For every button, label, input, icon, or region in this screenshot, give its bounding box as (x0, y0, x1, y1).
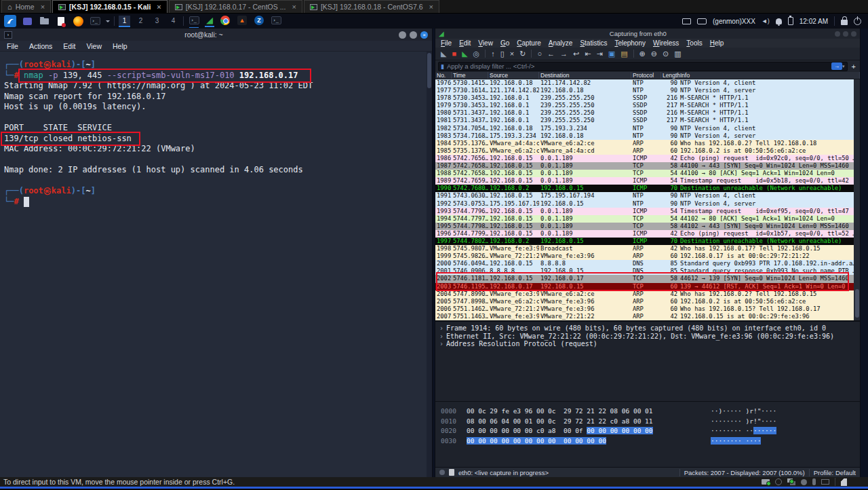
capture-options-icon[interactable]: ◎ (473, 50, 480, 58)
minimize-button[interactable] (835, 31, 840, 37)
restart-capture-icon[interactable]: ◣ (462, 50, 467, 58)
start-capture-icon[interactable]: ◣ (441, 50, 446, 58)
vm-tab[interactable]: [KSJ] 192.168.0.15 - Kali× (52, 0, 167, 13)
firefox-icon[interactable] (72, 15, 84, 27)
vm-tab[interactable]: [KSJ] 192.168.0.17 - CentOS ...× (169, 0, 302, 13)
zoom-original-icon[interactable]: ⊙ (663, 50, 669, 58)
colorize-icon[interactable]: ▤ (620, 50, 627, 58)
column-header-source[interactable]: Source (488, 72, 539, 79)
packet-row-2004[interactable]: 20045747.8990…VMware_fe:e3:96VMware_e6:a… (435, 290, 860, 298)
packet-row-1984[interactable]: 19845735.1376…VMware_a4:4a:cdVMware_e6:a… (435, 140, 860, 147)
first-packet-icon[interactable]: ⇤ (585, 50, 591, 58)
workspace-button-4[interactable]: 4 (167, 16, 179, 27)
battery-icon[interactable] (788, 17, 793, 25)
packet-row-1997[interactable]: 19975744.7802…192.168.0.2192.168.0.15ICM… (435, 238, 860, 245)
terminal2-app-icon[interactable]: ›_ (270, 14, 282, 29)
hex-row[interactable]: 001008 00 06 04 00 01 00 0c 29 72 21 22 … (435, 417, 860, 427)
packet-row-1976[interactable]: 19765730.1415…192.168.0.18121.174.142.82… (435, 79, 860, 87)
packet-row-1981[interactable]: 19815731.3437…192.168.0.1239.255.255.250… (435, 117, 860, 124)
text-editor-icon[interactable] (55, 15, 67, 27)
display-status-icon[interactable] (821, 479, 829, 485)
wireshark-menu-go[interactable]: Go (500, 39, 509, 47)
packet-row-1982[interactable]: 19825734.7054…192.168.0.18175.193.3.234N… (435, 125, 860, 132)
terminal-dropdown-chevron-icon[interactable] (106, 20, 110, 24)
column-header-time[interactable]: Time (452, 72, 488, 79)
wireshark-menu-statistics[interactable]: Statistics (580, 39, 607, 47)
terminal-scrollbar[interactable] (427, 52, 432, 477)
packet-row-1991[interactable]: 19915743.0630…192.168.0.15175.195.167.19… (435, 192, 860, 200)
wireshark-menu-file[interactable]: File (441, 39, 452, 47)
packet-row-1989[interactable]: 19895742.7659…192.168.0.150.0.1.189ICMP5… (435, 177, 860, 185)
usb-status-icon[interactable] (812, 478, 816, 485)
packet-row-2005[interactable]: 20055747.8998…VMware_e6:a2:ceVMware_fe:e… (435, 298, 860, 305)
packet-row-1992[interactable]: 19925743.0753…175.195.167.194192.168.0.1… (435, 200, 860, 208)
wireshark-menu-help[interactable]: Help (710, 39, 724, 47)
packet-row-1978[interactable]: 19785730.3453…192.168.0.1239.255.255.250… (435, 94, 860, 102)
packet-row-2001[interactable]: 20015746.0906…8.8.8.8192.168.0.15DNS85St… (435, 267, 860, 275)
terminal-menu-edit[interactable]: Edit (63, 42, 75, 50)
packet-row-1996[interactable]: 19965744.7799…192.168.0.150.0.1.189ICMP4… (435, 230, 860, 238)
packet-row-2002[interactable]: 20025746.1181…192.168.0.15192.168.0.17TC… (435, 275, 860, 282)
screen-share-icon[interactable] (682, 18, 691, 24)
expert-info-icon[interactable] (439, 470, 445, 475)
hex-row[interactable]: 002000 00 00 00 00 00 c0 a8 00 0f 00 00 … (435, 426, 860, 436)
capture-comment-icon[interactable] (449, 469, 454, 476)
tab-close-icon[interactable]: × (41, 3, 45, 11)
packet-row-1983[interactable]: 19835734.7168…175.193.3.234192.168.0.18N… (435, 132, 860, 140)
notifications-icon[interactable] (776, 18, 782, 24)
packet-row-1980[interactable]: 19805731.3437…192.168.0.1239.255.255.250… (435, 109, 860, 117)
show-desktop-icon[interactable] (21, 15, 33, 27)
audio-status-icon[interactable] (801, 479, 807, 485)
column-header-length[interactable]: Length (661, 72, 679, 79)
packet-row-1993[interactable]: 19935744.7796…192.168.0.150.0.1.189ICMP5… (435, 208, 860, 215)
expander-icon[interactable]: › (439, 333, 443, 340)
packet-list-header[interactable]: No.TimeSourceDestinationProtocolLengthIn… (435, 72, 860, 79)
wireshark-app-icon[interactable]: ◢ (205, 15, 214, 27)
stop-capture-icon[interactable]: ■ (452, 50, 456, 58)
filter-dropdown-icon[interactable]: ▾ (842, 64, 845, 69)
packet-detail-row[interactable]: ›Ethernet II, Src: VMware_72:21:22 (00:0… (435, 333, 860, 341)
packet-list-scrollbar[interactable] (854, 79, 860, 320)
packet-row-2006[interactable]: 20065751.1462…VMware_72:21:22VMware_fe:e… (435, 305, 860, 313)
packet-row-1998[interactable]: 19985745.9807…VMware_fe:e3:96BroadcastAR… (435, 245, 860, 252)
keyboard-layout-icon[interactable] (697, 18, 707, 24)
minimize-button[interactable] (399, 31, 406, 39)
packet-row-2007[interactable]: 20075751.1463…VMware_fe:e3:96VMware_72:2… (435, 313, 860, 320)
terminal-titlebar[interactable]: › root@kali: ~ × (0, 29, 432, 41)
hard-disk-status-icon[interactable] (762, 479, 770, 485)
find-packet-icon[interactable]: ○ (537, 50, 542, 58)
wireshark-menu-view[interactable]: View (478, 39, 493, 47)
column-header-destination[interactable]: Destination (539, 72, 631, 79)
terminal-menu-help[interactable]: Help (113, 42, 127, 50)
packet-row-1977[interactable]: 19775730.1614…121.174.142.82192.168.0.18… (435, 87, 860, 94)
close-button[interactable]: × (420, 31, 428, 39)
terminal-scrollbar-thumb[interactable] (427, 53, 431, 88)
burpsuite-app-icon[interactable]: ▲ (236, 14, 248, 29)
auto-scroll-icon[interactable]: ▣ (608, 50, 615, 58)
column-header-no[interactable]: No. (435, 72, 452, 79)
packet-row-1999[interactable]: 19995745.9826…VMware_72:21:22VMware_fe:e… (435, 252, 860, 260)
tab-close-icon[interactable]: × (292, 3, 296, 11)
packet-row-1987[interactable]: 19875742.7658…192.168.0.150.0.1.189TCP58… (435, 162, 860, 170)
logout-icon[interactable] (854, 18, 861, 25)
wireshark-menu-tools[interactable]: Tools (686, 39, 702, 47)
close-file-icon[interactable]: × (510, 50, 514, 58)
workspace-button-2[interactable]: 2 (135, 16, 146, 27)
wireshark-menu-edit[interactable]: Edit (459, 39, 471, 47)
packet-list-scrollbar-thumb[interactable] (855, 289, 859, 318)
expander-icon[interactable]: › (439, 340, 443, 347)
go-forward-icon[interactable]: → (560, 50, 568, 58)
terminal-body[interactable]: ┌──(root㉿kali)-[~]└─# nmap -p 139, 445 -… (0, 52, 427, 477)
close-button[interactable] (851, 31, 856, 37)
hex-row[interactable]: 003000 00 00 00 00 00 00 00 00 00 00 00·… (435, 436, 860, 447)
filter-bookmark-icon[interactable]: ▮ (441, 63, 444, 70)
open-file-icon[interactable]: ↑ (491, 50, 495, 58)
packet-row-2000[interactable]: 20005746.0494…192.168.0.158.8.8.8DNS85St… (435, 260, 860, 267)
zoom-in-icon[interactable]: ⊕ (639, 50, 646, 58)
zap-app-icon[interactable]: Z (253, 14, 265, 29)
expander-icon[interactable]: › (439, 324, 443, 332)
maximize-button[interactable] (843, 31, 848, 37)
workspace-button-3[interactable]: 3 (151, 16, 163, 27)
zoom-out-icon[interactable]: ⊖ (651, 50, 657, 58)
packet-detail-row[interactable]: ›Frame 1914: 60 bytes on wire (480 bits)… (435, 324, 860, 333)
